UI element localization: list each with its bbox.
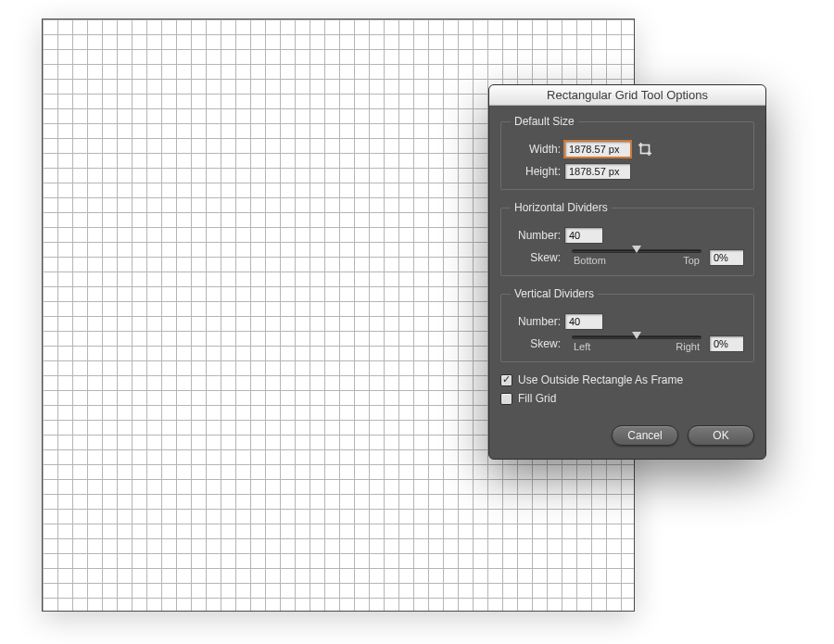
v-skew-slider[interactable]	[572, 335, 701, 339]
h-skew-left-label: Bottom	[574, 255, 606, 266]
svg-rect-0	[641, 145, 650, 154]
h-number-input[interactable]	[564, 227, 603, 244]
h-skew-value-input[interactable]	[709, 249, 744, 266]
width-input[interactable]	[564, 141, 631, 158]
v-skew-left-label: Left	[574, 341, 590, 352]
rectangular-grid-tool-options-dialog: Rectangular Grid Tool Options Default Si…	[488, 84, 766, 460]
horizontal-dividers-legend: Horizontal Dividers	[511, 201, 612, 214]
h-skew-slider[interactable]	[572, 249, 701, 253]
use-outside-rectangle-label[interactable]: Use Outside Rectangle As Frame	[518, 373, 683, 386]
width-label: Width:	[511, 143, 561, 156]
fill-grid-checkbox[interactable]	[500, 393, 512, 405]
fill-grid-label[interactable]: Fill Grid	[518, 392, 556, 405]
horizontal-dividers-group: Horizontal Dividers Number: Skew: Bottom…	[500, 201, 754, 276]
dialog-title: Rectangular Grid Tool Options	[547, 88, 708, 102]
h-skew-label: Skew:	[511, 251, 561, 264]
v-number-input[interactable]	[564, 313, 603, 330]
h-number-label: Number:	[511, 229, 561, 242]
cancel-button[interactable]: Cancel	[612, 425, 678, 446]
h-skew-right-label: Top	[683, 255, 700, 266]
v-skew-value-input[interactable]	[709, 335, 744, 352]
ok-button[interactable]: OK	[688, 425, 754, 446]
use-outside-rectangle-checkbox[interactable]	[500, 374, 512, 386]
dialog-titlebar[interactable]: Rectangular Grid Tool Options	[489, 85, 765, 106]
v-skew-label: Skew:	[511, 337, 561, 350]
default-size-group: Default Size Width: Height:	[500, 115, 754, 190]
reference-point-icon[interactable]	[637, 141, 653, 158]
h-skew-handle[interactable]	[632, 246, 641, 253]
v-skew-handle[interactable]	[632, 332, 641, 339]
height-input[interactable]	[564, 163, 631, 180]
vertical-dividers-legend: Vertical Dividers	[511, 287, 598, 300]
default-size-legend: Default Size	[511, 115, 578, 128]
v-number-label: Number:	[511, 315, 561, 328]
v-skew-right-label: Right	[676, 341, 700, 352]
vertical-dividers-group: Vertical Dividers Number: Skew: Left Rig…	[500, 287, 754, 362]
height-label: Height:	[511, 165, 561, 178]
